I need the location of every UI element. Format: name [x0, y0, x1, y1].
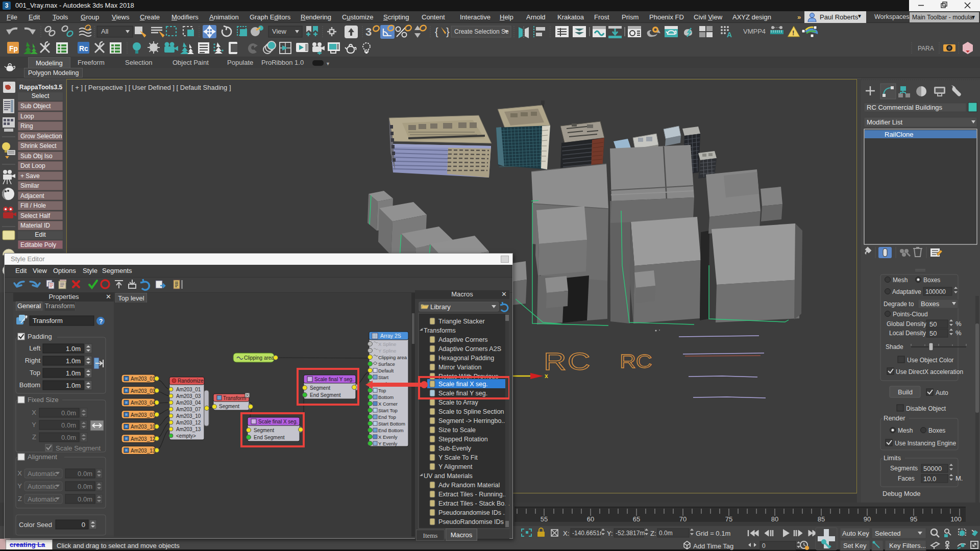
svg-text:Auto: Auto	[936, 389, 948, 396]
svg-text:Automatic: Automatic	[28, 470, 57, 478]
svg-text:Am203_04: Am203_04	[131, 400, 156, 406]
svg-text:RC Commercial Buildings: RC Commercial Buildings	[867, 104, 943, 111]
svg-text:0: 0	[762, 542, 766, 549]
svg-text:Am203_12: Am203_12	[176, 420, 201, 425]
svg-text:-140.6651r: -140.6651r	[572, 530, 602, 537]
svg-text:95: 95	[910, 515, 917, 523]
svg-text:Default: Default	[378, 368, 394, 373]
svg-text:End Segment: End Segment	[310, 392, 341, 398]
svg-text:Start Top: Start Top	[378, 408, 398, 413]
svg-text:Transform: Transform	[33, 317, 63, 324]
svg-text:Auto Key: Auto Key	[842, 530, 869, 537]
svg-text:60: 60	[587, 515, 594, 523]
svg-text:Am203_01: Am203_01	[131, 376, 156, 382]
svg-text:Array 2S: Array 2S	[380, 333, 401, 339]
svg-text:Automatic: Automatic	[28, 495, 57, 503]
svg-text:Fixed Size: Fixed Size	[28, 396, 59, 404]
svg-text:%: %	[955, 320, 962, 328]
svg-text:Scale final Y seg.: Scale final Y seg.	[438, 390, 487, 397]
svg-text:Pseudorandomise IDs ...: Pseudorandomise IDs ...	[438, 509, 508, 516]
svg-text:0.0m: 0.0m	[61, 409, 76, 417]
svg-text:Y Evenly: Y Evenly	[378, 441, 398, 446]
svg-text:<empty>: <empty>	[176, 433, 196, 439]
svg-text:Am203_13: Am203_13	[131, 448, 156, 454]
svg-text:Segment: Segment	[310, 385, 330, 391]
svg-text:Adaptive Corners: Adaptive Corners	[438, 336, 488, 343]
svg-text:Am203_12: Am203_12	[131, 436, 156, 442]
svg-text:Bottom: Bottom	[19, 381, 40, 389]
svg-text:80: 80	[771, 515, 778, 523]
svg-text:65: 65	[633, 515, 640, 523]
svg-text:Extract Tiles - Stack Bo...: Extract Tiles - Stack Bo...	[438, 500, 509, 507]
svg-text:Triangle Stacker: Triangle Stacker	[438, 318, 485, 325]
svg-text:Z:: Z:	[650, 530, 656, 537]
svg-text:Alignment: Alignment	[28, 453, 57, 461]
svg-text:75: 75	[725, 515, 732, 523]
svg-text:50000: 50000	[923, 465, 942, 472]
svg-text:Use Object Color: Use Object Color	[907, 357, 953, 364]
svg-text:Am203_10: Am203_10	[131, 424, 156, 430]
svg-text:Automatic: Automatic	[28, 483, 57, 490]
svg-text:End Segment: End Segment	[254, 435, 285, 440]
svg-text:Am203_03: Am203_03	[131, 388, 156, 394]
svg-text:Adaptive Corners A2S: Adaptive Corners A2S	[438, 345, 501, 353]
svg-text:Scale final X seg.: Scale final X seg.	[438, 381, 488, 388]
svg-text:Segment -> Herringbo...: Segment -> Herringbo...	[438, 417, 507, 424]
svg-text:PARA: PARA	[918, 45, 934, 52]
svg-text:Segment: Segment	[219, 404, 239, 409]
svg-text:0.0m: 0.0m	[61, 434, 76, 441]
svg-text:Scale to Array: Scale to Array	[438, 399, 479, 406]
svg-text:Build: Build	[898, 388, 913, 396]
svg-text:Surface: Surface	[378, 361, 395, 367]
svg-text:90: 90	[864, 515, 871, 523]
svg-text:Bottom: Bottom	[378, 394, 394, 400]
svg-text:Faces: Faces	[898, 475, 915, 482]
svg-text:x: x	[545, 372, 548, 380]
svg-text:Shade: Shade	[886, 343, 903, 350]
svg-text:Top: Top	[30, 369, 40, 377]
svg-text:Scale final X seg.: Scale final X seg.	[258, 419, 298, 424]
svg-text:Mesh: Mesh	[893, 277, 908, 284]
svg-text:50: 50	[929, 330, 937, 337]
svg-text:50: 50	[929, 320, 937, 328]
svg-text:Grid = 0.1m: Grid = 0.1m	[696, 530, 730, 537]
svg-text:PseudoRandomise IDs ...: PseudoRandomise IDs ...	[438, 518, 509, 525]
svg-text:85: 85	[818, 515, 825, 523]
svg-text:Am203_07: Am203_07	[176, 407, 201, 412]
svg-text:RC: RC	[544, 348, 592, 375]
svg-text:Boxes: Boxes	[921, 300, 940, 308]
svg-text:Stepped Rotation: Stepped Rotation	[438, 436, 488, 443]
svg-text:X: X	[32, 409, 36, 416]
svg-text:Am203_07: Am203_07	[131, 412, 156, 418]
svg-text:Transform: Transform	[223, 395, 246, 401]
svg-text:Use Instancing Engine: Use Instancing Engine	[895, 440, 956, 447]
svg-text:3: 3	[365, 26, 372, 38]
svg-text:Global Density: Global Density	[887, 320, 926, 328]
svg-text:Key Filters...: Key Filters...	[889, 542, 926, 549]
svg-text:Start Bottom: Start Bottom	[378, 421, 405, 427]
svg-text:Y:: Y:	[607, 530, 613, 537]
svg-text:Selected: Selected	[875, 530, 901, 537]
svg-text:?: ?	[99, 318, 103, 325]
svg-text:Mesh: Mesh	[898, 427, 913, 434]
svg-text:55: 55	[541, 515, 548, 523]
svg-text:Segments: Segments	[890, 465, 918, 472]
svg-text:Add Time Tag: Add Time Tag	[693, 542, 733, 550]
svg-text:X Evenly: X Evenly	[378, 434, 398, 440]
svg-text:-52.3817m: -52.3817m	[616, 530, 645, 537]
svg-text:Right: Right	[25, 357, 41, 364]
svg-text:Debug Mode: Debug Mode	[883, 490, 920, 497]
svg-text:Clipping area: Clipping area	[244, 355, 274, 361]
svg-text:X Corner: X Corner	[378, 401, 398, 407]
svg-text:Padding: Padding	[28, 333, 52, 340]
svg-text:Clipping area: Clipping area	[378, 355, 407, 360]
svg-text:Sub-Evenly: Sub-Evenly	[438, 445, 472, 452]
svg-text:Boxes: Boxes	[928, 427, 945, 434]
svg-text:Boxes: Boxes	[923, 277, 940, 284]
svg-text:VMPP4: VMPP4	[743, 28, 766, 35]
svg-text:Adaptative: Adaptative	[892, 288, 921, 295]
svg-text:0: 0	[82, 521, 85, 529]
svg-text:Library: Library	[430, 303, 451, 311]
svg-text:Am203_13: Am203_13	[176, 427, 201, 432]
svg-text:Use DirectX acceleration: Use DirectX acceleration	[896, 368, 963, 375]
